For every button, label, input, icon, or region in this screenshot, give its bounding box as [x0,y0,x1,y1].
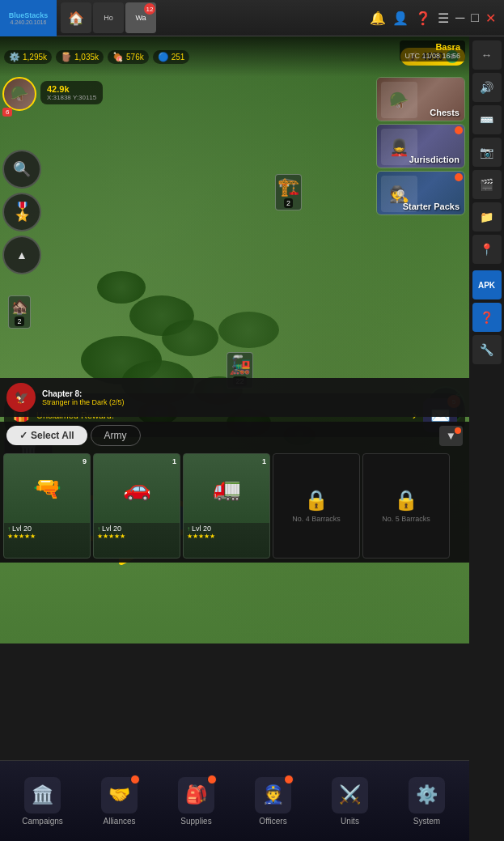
unit-level-3: Lvl 20 [192,525,211,533]
dropdown-notif-dot [455,427,461,434]
chapter-icon: 🦅 [6,383,36,412]
starter-dot [455,173,463,181]
nav-officers[interactable]: 👮 Officers [235,777,311,826]
select-all-label: Select All [31,430,74,441]
supplies-label: Supplies [180,817,211,826]
utc-time: UTC 11/08 16:56 [404,52,460,60]
search-button[interactable]: 🔍 [2,150,41,189]
supplies-dot [207,775,217,784]
wood-icon: 🪵 [61,52,72,62]
right-sidebar: ↔️ 🔊 ⌨️ 📷 🎬 📁 📍 APK ❓ 🔧 [469,36,504,841]
sidebar-keyboard-btn[interactable]: ⌨️ [472,105,502,134]
resource-iron: 🍖 576k [108,50,149,64]
bs-tab-home[interactable]: 🏠 [61,2,91,33]
lock-icon-4: 🔒 [304,489,328,512]
food-icon: ⚙️ [9,52,20,62]
bell-icon[interactable]: 🔔 [370,11,386,26]
select-all-button[interactable]: ✓ Select All [6,426,87,445]
bluestacks-topbar: BlueStacks 4.240.20.1016 🏠 Ho Wa 12 🔔 👤 … [0,0,504,36]
jurisdiction-panel[interactable]: 💂 Jurisdiction [376,124,465,168]
unit-card-1[interactable]: 🔫 ↑ Lvl 20 ★★★★★ 9 [3,453,91,559]
game-map[interactable]: ⚙️ 1,295k 🪵 1,035k 🍖 576k 🔵 251 💰 4650 + [0,36,469,643]
chests-panel[interactable]: 🪖 Chests [376,77,465,121]
close-icon[interactable]: ✕ [485,11,496,26]
chapter-info: Chapter 8: Stranger in the Dark (2/5) [42,389,125,406]
army-button[interactable]: Army [91,425,141,446]
nav-units[interactable]: ⚔️ Units [311,777,388,826]
starter-label: Starter Packs [403,202,460,211]
campaigns-label: Campaigns [22,817,63,826]
location-info: Basra UTC 11/08 16:56 [400,40,465,62]
sidebar-screenshot-btn[interactable]: 📷 [472,138,502,167]
location-name: Basra [404,42,460,52]
unit-level-1: Lvl 20 [12,525,32,533]
resource-wood: 🪵 1,035k [56,50,104,64]
campaigns-icon: 🏛️ [32,784,53,805]
sidebar-expand-btn[interactable]: ↔️ [472,40,502,70]
sidebar-help-btn[interactable]: ❓ [472,303,502,332]
alliances-icon: 🤝 [108,784,130,805]
sidebar-sound-btn[interactable]: 🔊 [472,73,502,102]
rank-button[interactable]: 🎖️ [2,193,41,231]
bottom-nav: 🏛️ Campaigns 🤝 Alliances 🎒 Supplies 👮 Of… [0,760,469,841]
bluestacks-logo: BlueStacks 4.240.20.1016 [0,0,57,36]
unit-up-icon-1: ↑ [7,525,11,533]
bs-tab-notif: 12 [144,3,155,15]
barracks-4-label: No. 4 Barracks [292,515,341,523]
map-unit-3[interactable]: 🏚️ 2 [8,295,31,329]
barracks-5-label: No. 5 Barracks [382,515,430,523]
units-icon-wrap: ⚔️ [332,777,368,813]
supplies-icon-wrap: 🎒 [178,777,214,813]
starter-packs-panel[interactable]: 🕵️ Starter Packs [376,171,465,215]
minimize-icon[interactable]: ─ [455,11,464,25]
nav-campaigns[interactable]: 🏛️ Campaigns [4,777,81,826]
barracks-4-card[interactable]: 🔒 No. 4 Barracks [273,453,360,559]
left-ui: 🔍 🎖️ ▲ [2,150,41,274]
unit-stars-3: ★★★★★ [187,533,266,540]
sidebar-files-btn[interactable]: 📁 [472,202,502,231]
units-icon: ⚔️ [339,784,361,805]
player-power: 42.9k [47,84,96,94]
help-icon[interactable]: ❓ [415,11,431,26]
right-panels: 🪖 Chests 💂 Jurisdiction 🕵️ Starter Packs [376,77,465,215]
gem-value: 251 [172,53,185,62]
collapse-button[interactable]: ▲ [2,236,41,274]
sidebar-record-btn[interactable]: 🎬 [472,170,502,199]
system-icon-wrap: ⚙️ [409,777,445,813]
top-hud: ⚙️ 1,295k 🪵 1,035k 🍖 576k 🔵 251 💰 4650 + [0,36,469,77]
avatar-level: 6 [2,108,12,117]
unit-card-3[interactable]: 🚛 ↑ Lvl 20 ★★★★★ 1 [183,453,270,559]
map-unit-1[interactable]: 🏗️ 2 [275,174,302,210]
tree-cluster-1 [97,271,146,304]
sidebar-settings-btn[interactable]: 🔧 [472,335,502,364]
bs-tab-game2[interactable]: Wa 12 [125,2,156,33]
chest-figure: 🪖 [381,82,417,118]
jurisdiction-label: Jurisdiction [409,155,460,164]
unit-count-3: 2 [15,316,23,326]
alliances-icon-wrap: 🤝 [101,777,138,813]
unit-info-1: ↑ Lvl 20 ★★★★★ [4,523,90,542]
unit-card-2[interactable]: 🚗 ↑ Lvl 20 ★★★★★ 1 [93,453,180,559]
resource-food: ⚙️ 1,295k [4,50,52,64]
unit-count-badge-1: 9 [83,457,87,465]
maximize-icon[interactable]: □ [471,11,479,25]
bs-topbar-icons: 🔔 👤 ❓ ☰ ─ □ ✕ [370,11,504,26]
player-info: 42.9k X:31838 Y:30115 [40,81,103,104]
sidebar-apk-btn[interactable]: APK [472,270,502,299]
barracks-5-card[interactable]: 🔒 No. 5 Barracks [362,453,450,559]
player-avatar[interactable]: 🪖 [2,77,36,111]
nav-supplies[interactable]: 🎒 Supplies [158,777,235,826]
unit-image-2: 🚗 [94,454,180,523]
menu-icon[interactable]: ☰ [438,11,449,26]
alliances-dot [130,775,140,784]
nav-system[interactable]: ⚙️ System [388,777,465,826]
unit-up-icon-3: ↑ [187,525,190,533]
nav-alliances[interactable]: 🤝 Alliances [81,777,158,826]
person-icon[interactable]: 👤 [392,11,409,26]
unit-stars-2: ★★★★★ [97,533,176,540]
bs-tab-game1[interactable]: Ho [93,2,124,33]
unit-count-badge-3: 1 [262,457,266,465]
action-bar: ✓ Select All Army ▼ [0,422,469,449]
unit-stars-1: ★★★★★ [7,533,87,540]
sidebar-location-btn[interactable]: 📍 [472,235,502,264]
